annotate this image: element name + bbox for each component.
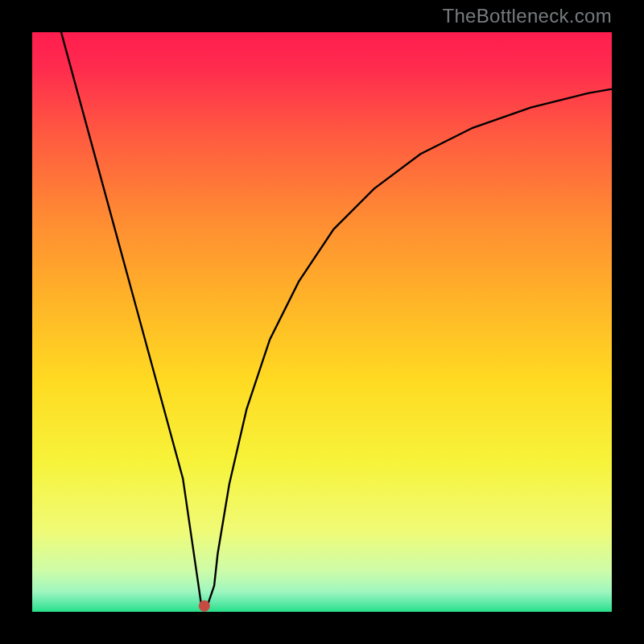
chart-frame: TheBottleneck.com	[0, 0, 644, 644]
plot-area	[32, 32, 612, 612]
minimum-marker	[199, 601, 210, 612]
bottleneck-curve	[61, 32, 612, 606]
watermark-text: TheBottleneck.com	[442, 5, 612, 27]
curve-layer	[32, 32, 612, 612]
